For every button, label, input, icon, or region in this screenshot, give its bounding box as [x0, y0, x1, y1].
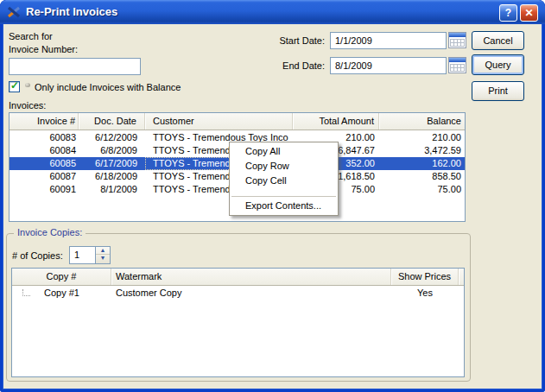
- checkmark-icon: ✓: [10, 79, 19, 92]
- cancel-button[interactable]: Cancel: [472, 31, 524, 50]
- cell-invoice: 60087: [10, 170, 79, 183]
- menu-separator: [231, 196, 336, 197]
- menu-item-copy-cell[interactable]: Copy Cell: [230, 174, 338, 188]
- window-title: Re-Print Invoices: [26, 5, 117, 18]
- app-logo-icon: [7, 5, 21, 19]
- spin-down-icon[interactable]: ▼: [96, 255, 110, 262]
- col-header-copy-number[interactable]: Copy #: [12, 269, 111, 285]
- cell-watermark: Customer Copy: [111, 286, 391, 300]
- balance-checkbox-label: Only include Invoices with Balance: [35, 82, 181, 92]
- num-copies-label: # of Copies:: [12, 250, 63, 261]
- col-header-show-prices[interactable]: Show Prices: [391, 269, 459, 285]
- invoice-number-input[interactable]: [9, 58, 141, 75]
- cell-copy-number: Copy #1: [12, 286, 111, 300]
- print-button[interactable]: Print: [472, 81, 524, 101]
- col-header-balance[interactable]: Balance: [379, 113, 465, 130]
- copies-table: Copy # Watermark Show Prices Copy #1 Cus…: [11, 268, 465, 377]
- cell-invoice: 60085: [10, 157, 79, 170]
- cell-invoice: 60084: [10, 144, 79, 157]
- col-header-invoice-number[interactable]: Invoice #: [10, 113, 79, 130]
- menu-item-export-contents[interactable]: Export Contents...: [230, 199, 338, 213]
- cell-balance: 858.50: [379, 170, 465, 183]
- cell-balance: 3,472.59: [379, 144, 465, 157]
- end-date-label: End Date:: [259, 60, 325, 71]
- tree-node-icon[interactable]: [22, 289, 30, 296]
- cell-balance: 162.00: [379, 157, 465, 170]
- invoice-copies-label: Invoice Copies:: [14, 227, 86, 237]
- cell-show-prices: Yes: [391, 286, 459, 300]
- col-header-watermark[interactable]: Watermark: [111, 269, 391, 285]
- col-header-doc-date[interactable]: Doc. Date: [79, 113, 145, 130]
- cell-date: 8/1/2009: [79, 183, 145, 196]
- cell-date: 6/12/2009: [79, 131, 145, 144]
- balance-checkbox[interactable]: ✓: [9, 81, 20, 92]
- query-button[interactable]: Query: [472, 54, 524, 75]
- context-menu: Copy All Copy Row Copy Cell Export Conte…: [229, 142, 339, 216]
- invoices-table-header: Invoice # Doc. Date Customer Total Amoun…: [10, 113, 465, 130]
- search-for-label: Search for: [9, 31, 53, 41]
- copies-table-header: Copy # Watermark Show Prices: [12, 269, 464, 286]
- cell-invoice: 60083: [10, 131, 79, 144]
- end-date-input[interactable]: 8/1/2009: [330, 57, 447, 74]
- cell-date: 6/18/2009: [79, 170, 145, 183]
- col-header-filler: [459, 269, 464, 285]
- balance-indicator-icon: [25, 83, 30, 87]
- end-date-calendar-icon[interactable]: [448, 57, 466, 73]
- cell-invoice: 60091: [10, 183, 79, 196]
- cell-filler: [459, 286, 464, 300]
- start-date-input[interactable]: 1/1/2009: [330, 32, 447, 49]
- cell-balance: 75.00: [379, 183, 465, 196]
- menu-item-copy-all[interactable]: Copy All: [230, 144, 338, 159]
- menu-item-copy-row[interactable]: Copy Row: [230, 159, 338, 174]
- invoice-number-label: Invoice Number:: [9, 44, 78, 54]
- col-header-customer[interactable]: Customer: [145, 113, 293, 130]
- cell-balance: 210.00: [379, 131, 465, 144]
- close-button[interactable]: ✕: [520, 4, 538, 22]
- reprint-invoices-dialog: Re-Print Invoices ? ✕ Search for Invoice…: [0, 0, 545, 392]
- invoices-label: Invoices:: [9, 100, 46, 111]
- col-header-total-amount[interactable]: Total Amount: [293, 113, 379, 130]
- help-button[interactable]: ?: [499, 4, 517, 22]
- title-bar[interactable]: Re-Print Invoices ? ✕: [0, 0, 545, 24]
- num-copies-input[interactable]: 1: [69, 246, 96, 264]
- start-date-label: Start Date:: [259, 35, 325, 46]
- start-date-calendar-icon[interactable]: [448, 32, 466, 48]
- num-copies-stepper: ▲ ▼: [95, 246, 111, 264]
- cell-date: 6/8/2009: [79, 144, 145, 157]
- copy-row[interactable]: Copy #1 Customer Copy Yes: [12, 286, 464, 300]
- spin-up-icon[interactable]: ▲: [96, 247, 110, 255]
- cell-date: 6/17/2009: [79, 157, 145, 170]
